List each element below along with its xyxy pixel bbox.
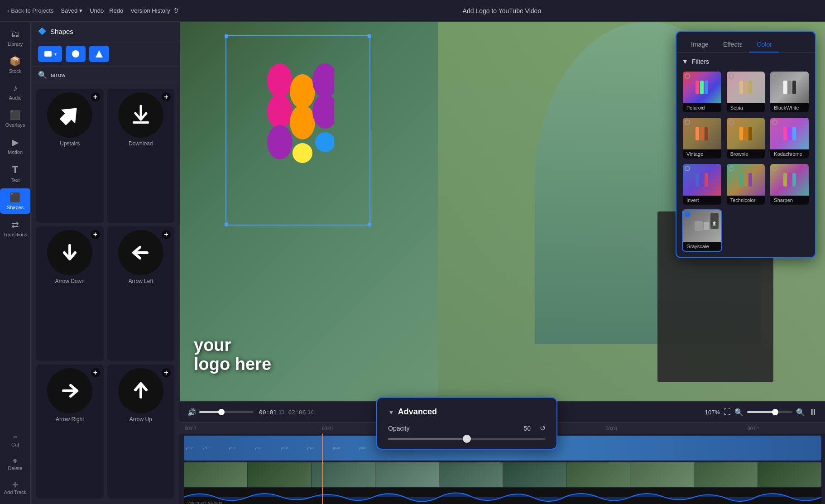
version-history-button[interactable]: Version History ⏱ <box>130 7 178 14</box>
zoom-level: 107% <box>705 409 720 416</box>
filter-invert[interactable]: Invert <box>682 163 722 206</box>
library-icon: 🗂 <box>11 29 20 39</box>
filter-brownie[interactable]: Brownie <box>726 117 766 159</box>
filter-radio-technicolor <box>729 166 734 171</box>
svg-point-9 <box>293 143 312 163</box>
arrow-up-add-button[interactable]: + <box>162 368 171 377</box>
saved-button[interactable]: Saved ▾ <box>61 7 82 14</box>
arrow-down-add-button[interactable]: + <box>91 230 100 239</box>
svg-point-4 <box>267 63 293 98</box>
sidebar-item-motion[interactable]: ▶ Motion <box>0 133 30 158</box>
sidebar-item-text[interactable]: T Text <box>0 160 30 187</box>
back-button[interactable]: ‹ Back to Projects <box>7 7 53 14</box>
rectangle-tool-button[interactable]: ▾ <box>38 46 62 62</box>
sidebar-label-motion: Motion <box>8 149 23 155</box>
shape-card-upstairs[interactable]: + Upstairs <box>36 89 104 223</box>
sidebar-item-overlays[interactable]: ⬛ Overlays <box>0 106 30 131</box>
circle-tool-button[interactable] <box>66 46 86 62</box>
shape-tools: ▾ <box>31 41 180 67</box>
svg-point-8 <box>290 105 315 139</box>
collapse-advanced-icon: ▼ <box>388 408 394 416</box>
ruler-mark-3: 00:03 <box>606 426 617 431</box>
left-sidebar: 🗂 Library 📦 Stock ♪ Audio ⬛ Overlays ▶ M… <box>0 22 31 504</box>
filter-polaroid[interactable]: Polaroid <box>682 71 722 113</box>
logo-bubbles-svg <box>262 44 334 180</box>
filter-radio-polaroid <box>685 73 690 79</box>
stock-icon: 📦 <box>10 56 21 67</box>
arrow-left-add-button[interactable]: + <box>162 230 171 239</box>
opacity-value: 50 <box>517 425 531 432</box>
shapes-icon: ⬛ <box>10 192 21 203</box>
ruler-mark-4: 00:04 <box>748 426 759 431</box>
volume-icon: 🔊 <box>187 408 197 417</box>
audio-waveform <box>184 488 821 504</box>
fullscreen-button[interactable]: ⛶ <box>724 408 731 416</box>
filter-technicolor[interactable]: Technicolor <box>726 163 766 206</box>
audio-track[interactable]: voiceover v4.wav <box>184 488 821 504</box>
filter-grayscale[interactable]: 🗑 Grayscale <box>682 209 722 252</box>
video-track[interactable] <box>184 462 821 487</box>
project-title: Add Logo to YouTube Video <box>463 7 542 14</box>
sidebar-item-transitions[interactable]: ⇄ Transitions <box>0 216 30 241</box>
opacity-slider[interactable] <box>388 438 546 440</box>
sidebar-item-delete[interactable]: 🗑 Delete <box>0 455 30 475</box>
filter-radio-vintage <box>685 120 690 125</box>
shape-card-arrow-down[interactable]: + Arrow Down <box>36 226 104 360</box>
filter-radio-grayscale <box>685 212 690 217</box>
svg-rect-3 <box>133 121 149 124</box>
top-bar: ‹ Back to Projects Saved ▾ Undo Redo Ver… <box>0 0 825 22</box>
current-frame: 13 <box>278 409 284 415</box>
sidebar-item-stock[interactable]: 📦 Stock <box>0 52 30 77</box>
shape-preview-arrow-down <box>47 230 92 275</box>
text-icon: T <box>12 164 18 176</box>
zoom-in-button[interactable]: 🔍 <box>796 408 805 417</box>
panel-toggle-button[interactable]: ⏸ <box>809 407 818 418</box>
download-add-button[interactable]: + <box>162 92 171 101</box>
shape-card-download[interactable]: + Download <box>107 89 175 223</box>
filters-grid: Polaroid Sepia <box>682 71 810 252</box>
sidebar-label-text: Text <box>10 178 19 183</box>
shape-card-arrow-right[interactable]: + Arrow Right <box>36 365 104 499</box>
sidebar-item-audio[interactable]: ♪ Audio <box>0 79 30 104</box>
undo-button[interactable]: Undo <box>90 7 104 14</box>
shape-preview-arrow-right <box>47 368 92 413</box>
sidebar-item-cut[interactable]: ✂ Cut <box>0 431 30 451</box>
filter-label-sepia: Sepia <box>727 103 765 112</box>
filter-blackwhite[interactable]: BlackWhite <box>769 71 810 113</box>
arrow-down-label: Arrow Down <box>55 278 85 284</box>
upstairs-arrow-icon <box>56 101 83 129</box>
filter-vintage[interactable]: Vintage <box>682 117 722 159</box>
upstairs-add-button[interactable]: + <box>91 92 100 101</box>
redo-button[interactable]: Redo <box>109 7 123 14</box>
history-icon: ⏱ <box>173 7 179 14</box>
tab-color[interactable]: Color <box>749 37 779 53</box>
shape-card-arrow-left[interactable]: + Arrow Left <box>107 226 175 360</box>
filter-kodachrome[interactable]: Kodachrome <box>769 117 810 159</box>
sidebar-item-library[interactable]: 🗂 Library <box>0 25 30 50</box>
search-input[interactable] <box>51 72 173 78</box>
arrow-up-icon <box>127 377 154 404</box>
shapes-icon-header: 🔷 <box>38 27 47 35</box>
zoom-out-button[interactable]: 🔍 <box>734 408 743 417</box>
shape-card-arrow-up[interactable]: + Arrow Up <box>107 365 175 499</box>
opacity-row: Opacity 50 ↺ <box>388 424 546 432</box>
filters-header: ▼ Filters <box>682 58 810 65</box>
filter-sharpen[interactable]: Sharpen <box>769 163 810 206</box>
triangle-tool-button[interactable] <box>89 46 109 62</box>
audio-track-label: voiceover v4.wav <box>187 500 222 504</box>
svg-point-11 <box>312 94 334 129</box>
arrow-right-add-button[interactable]: + <box>91 368 100 377</box>
sidebar-label-library: Library <box>8 41 23 47</box>
tab-image[interactable]: Image <box>684 37 716 53</box>
playhead[interactable] <box>322 434 323 504</box>
saved-label: Saved <box>61 7 77 14</box>
filter-sepia[interactable]: Sepia <box>726 71 766 113</box>
chevron-left-icon: ‹ <box>7 7 9 14</box>
svg-point-1 <box>72 50 79 58</box>
tab-effects[interactable]: Effects <box>716 37 750 53</box>
sidebar-item-add-track[interactable]: ➕ Add Track <box>0 478 30 499</box>
sidebar-label-delete: Delete <box>8 466 23 471</box>
reset-opacity-button[interactable]: ↺ <box>540 424 546 432</box>
sidebar-item-shapes[interactable]: ⬛ Shapes <box>0 188 30 214</box>
dropdown-arrow: ▾ <box>54 52 57 57</box>
